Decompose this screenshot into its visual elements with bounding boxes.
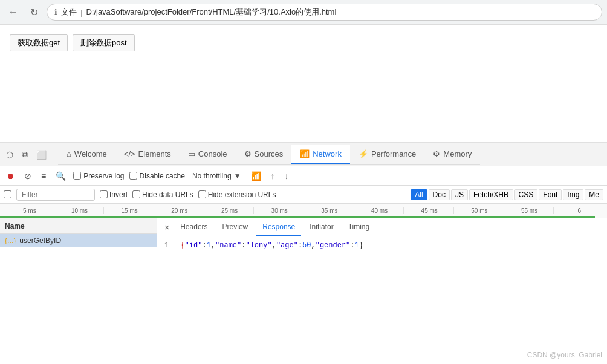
- invert-checkbox-label[interactable]: [4, 190, 11, 198]
- tab-preview[interactable]: Preview: [216, 218, 255, 236]
- tab-sources-label: Sources: [255, 149, 284, 158]
- filter-doc-button[interactable]: Doc: [429, 189, 450, 200]
- filter-input[interactable]: [16, 189, 95, 201]
- tab-welcome-label: Welcome: [74, 149, 107, 158]
- record-button[interactable]: ⏺: [4, 170, 17, 182]
- tick-3: 20 ms: [154, 207, 204, 214]
- devtools-toolbar: ⬡ ⧉ ⬜ ⌂ Welcome </> Elements ▭ Console ⚙…: [0, 143, 607, 166]
- hide-data-urls-checkbox[interactable]: [132, 190, 140, 198]
- filter-type-buttons: All Doc JS Fetch/XHR CSS Font Img Me: [411, 189, 603, 200]
- elements-icon: </>: [124, 149, 135, 158]
- filter-icon-button[interactable]: ≡: [39, 170, 48, 182]
- filter-img-button[interactable]: Img: [563, 189, 583, 200]
- inspect-button[interactable]: ⬡: [2, 148, 17, 162]
- tab-timing[interactable]: Timing: [342, 218, 376, 236]
- invert-text: Invert: [109, 190, 128, 199]
- throttle-select[interactable]: No throttling ▼: [190, 171, 244, 181]
- tab-initiator[interactable]: Initiator: [304, 218, 339, 236]
- line-number: 1: [164, 241, 169, 250]
- filter-bar: Invert Hide data URLs Hide extension URL…: [0, 186, 607, 204]
- detail-tabs: × Headers Preview Response Initiator Tim…: [157, 218, 607, 236]
- get-data-button[interactable]: 获取数据get: [10, 34, 68, 51]
- filter-font-button[interactable]: Font: [539, 189, 562, 200]
- filter-all-button[interactable]: All: [411, 189, 427, 200]
- preserve-log-text: Preserve log: [83, 172, 124, 180]
- preserve-log-checkbox[interactable]: [73, 172, 81, 180]
- address-separator: |: [80, 8, 82, 17]
- tick-9: 50 ms: [453, 207, 504, 214]
- hide-ext-urls-label[interactable]: Hide extension URLs: [198, 190, 276, 199]
- tick-4: 25 ms: [204, 207, 254, 214]
- main-panel: Name {…} userGetByID × Headers Preview R…: [0, 218, 607, 359]
- hide-ext-urls-text: Hide extension URLs: [208, 190, 276, 199]
- detail-close-button[interactable]: ×: [162, 221, 172, 233]
- filter-fetch-xhr-button[interactable]: Fetch/XHR: [469, 189, 513, 200]
- tab-performance[interactable]: ⚡ Performance: [350, 145, 424, 164]
- invert-label[interactable]: Invert: [100, 190, 128, 199]
- filter-css-button[interactable]: CSS: [514, 189, 538, 200]
- tab-performance-label: Performance: [371, 149, 416, 158]
- timeline-bar: 5 ms 10 ms 15 ms 20 ms 25 ms 30 ms 35 ms…: [0, 204, 607, 218]
- info-icon: ℹ: [54, 8, 57, 16]
- filter-me-button[interactable]: Me: [585, 189, 603, 200]
- filter-js-button[interactable]: JS: [451, 189, 468, 200]
- network-icon: 📶: [300, 149, 310, 158]
- memory-icon: ⚙: [433, 149, 440, 158]
- file-label: 文件: [61, 7, 77, 18]
- tick-6: 35 ms: [304, 207, 354, 214]
- timeline-ticks: 5 ms 10 ms 15 ms 20 ms 25 ms 30 ms 35 ms…: [0, 207, 607, 214]
- clear-button[interactable]: ⊘: [22, 170, 34, 182]
- upload-button[interactable]: ↑: [268, 170, 278, 182]
- tick-8: 45 ms: [403, 207, 453, 214]
- timeline-progress-bar: [0, 216, 595, 218]
- tab-network-label: Network: [313, 149, 342, 158]
- tab-memory[interactable]: ⚙ Memory: [424, 145, 480, 164]
- disable-cache-label[interactable]: Disable cache: [129, 172, 185, 180]
- name-panel: Name {…} userGetByID: [0, 218, 157, 359]
- request-name: userGetByID: [19, 236, 61, 245]
- tab-elements[interactable]: </> Elements: [115, 145, 180, 164]
- tab-elements-label: Elements: [138, 149, 171, 158]
- tick-5: 30 ms: [253, 207, 304, 214]
- download-button[interactable]: ↓: [282, 170, 291, 182]
- console-icon: ▭: [188, 149, 195, 158]
- tab-console[interactable]: ▭ Console: [180, 145, 236, 164]
- invert-checkbox[interactable]: [4, 190, 11, 198]
- tab-memory-label: Memory: [443, 149, 472, 158]
- throttle-arrow-icon: ▼: [234, 172, 241, 180]
- response-content: 1 {"id":1,"name":"Tony","age":50,"gender…: [157, 236, 607, 359]
- tab-welcome[interactable]: ⌂ Welcome: [58, 145, 115, 164]
- page-buttons: 获取数据get 删除数据post: [10, 34, 597, 51]
- device-toggle-button[interactable]: ⧉: [18, 147, 31, 162]
- hide-ext-urls-checkbox[interactable]: [198, 190, 206, 198]
- network-toolbar: ⏺ ⊘ ≡ 🔍 Preserve log Disable cache No th…: [0, 166, 607, 186]
- address-bar: ℹ 文件 | D:/javaSoftware/projectFolder/Fro…: [47, 4, 602, 21]
- tab-headers[interactable]: Headers: [174, 218, 213, 236]
- search-button[interactable]: 🔍: [53, 170, 68, 182]
- delete-data-button[interactable]: 删除数据post: [73, 34, 135, 51]
- disable-cache-text: Disable cache: [140, 172, 185, 180]
- list-item[interactable]: {…} userGetByID: [0, 234, 157, 247]
- devtools-panel: ⬡ ⧉ ⬜ ⌂ Welcome </> Elements ▭ Console ⚙…: [0, 143, 607, 359]
- tick-2: 15 ms: [103, 207, 154, 214]
- wifi-offline-button[interactable]: 📶: [248, 170, 264, 182]
- page-content: 获取数据get 删除数据post: [0, 25, 607, 143]
- back-button[interactable]: ←: [5, 4, 22, 20]
- tab-console-label: Console: [198, 149, 227, 158]
- tick-10: 55 ms: [504, 207, 554, 214]
- response-json: {"id":1,"name":"Tony","age":50,"gender":…: [176, 241, 363, 250]
- performance-icon: ⚡: [359, 149, 368, 158]
- tick-1: 10 ms: [54, 207, 104, 214]
- invert-toggle[interactable]: [100, 190, 108, 198]
- tick-7: 40 ms: [354, 207, 404, 214]
- home-icon: ⌂: [67, 149, 71, 158]
- hide-data-urls-label[interactable]: Hide data URLs: [132, 190, 193, 199]
- tab-sources[interactable]: ⚙ Sources: [236, 145, 292, 164]
- refresh-button[interactable]: ↻: [27, 4, 42, 21]
- disable-cache-checkbox[interactable]: [129, 172, 137, 180]
- tab-response[interactable]: Response: [256, 218, 301, 236]
- preserve-log-label[interactable]: Preserve log: [73, 172, 124, 180]
- json-icon: {…}: [5, 237, 16, 244]
- tab-network[interactable]: 📶 Network: [291, 145, 350, 164]
- sidebar-toggle-button[interactable]: ⬜: [33, 148, 50, 162]
